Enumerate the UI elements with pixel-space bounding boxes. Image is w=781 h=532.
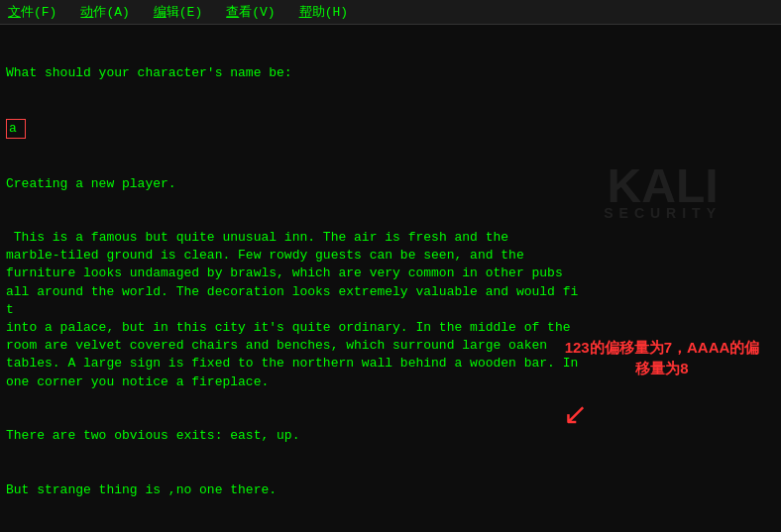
name-input[interactable]: a: [6, 119, 26, 139]
nobody-text: But strange thing is ,no one there.: [6, 481, 775, 499]
menu-view[interactable]: 查看(V): [222, 2, 279, 22]
menu-action[interactable]: 动作(A): [76, 2, 133, 22]
prompt-name: What should your character's name be:: [6, 64, 775, 82]
menu-help[interactable]: 帮助(H): [295, 2, 352, 22]
annotation-arrow: ↙: [563, 396, 588, 431]
exits-text: There are two obvious exits: east, up.: [6, 427, 775, 445]
menu-file[interactable]: 文件(F): [4, 2, 60, 22]
annotation-text: 123的偏移量为7，AAAA的偏移量为8: [563, 337, 761, 378]
input-name-line: a: [6, 119, 775, 139]
menu-edit[interactable]: 编辑(E): [150, 2, 206, 22]
menubar: 文件(F) 动作(A) 编辑(E) 查看(V) 帮助(H): [0, 0, 781, 25]
terminal-content: What should your character's name be: a …: [0, 25, 781, 532]
creating-line: Creating a new player.: [6, 175, 775, 193]
